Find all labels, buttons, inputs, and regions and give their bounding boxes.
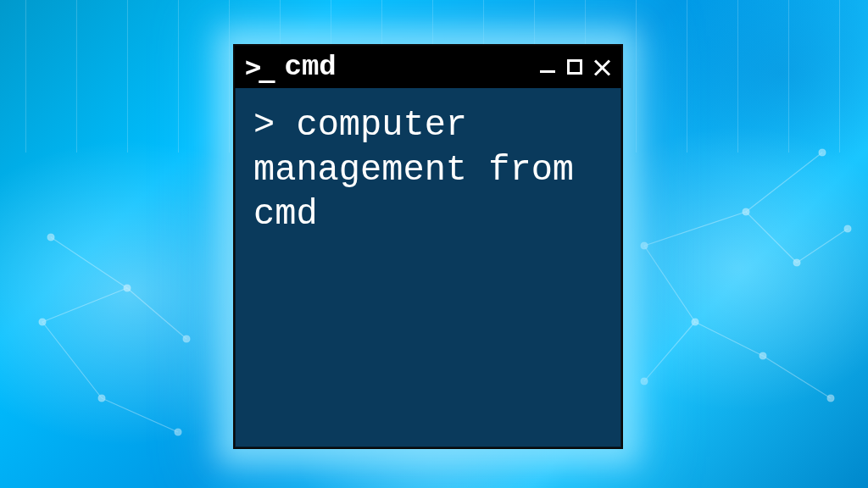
svg-line-3 [746,152,822,212]
svg-point-23 [124,285,131,291]
svg-point-24 [183,336,190,342]
svg-point-13 [692,319,698,325]
svg-point-11 [844,225,851,232]
svg-point-9 [743,208,749,215]
svg-point-26 [175,429,181,435]
svg-line-7 [644,322,695,381]
svg-line-20 [102,398,178,432]
svg-line-5 [695,322,763,356]
window-title: cmd [285,51,538,83]
close-button[interactable] [593,58,611,76]
terminal-command-text: computer management from cmd [253,105,574,235]
svg-line-18 [127,288,186,339]
svg-point-12 [819,149,826,156]
svg-line-2 [797,229,848,263]
minimize-button[interactable] [538,58,557,76]
svg-point-8 [641,242,648,249]
maximize-button[interactable] [565,58,584,76]
svg-point-14 [760,352,766,359]
minimize-icon [540,70,555,73]
svg-line-19 [42,322,102,398]
svg-point-22 [39,319,46,325]
svg-line-21 [51,237,127,288]
maximize-icon [567,59,582,75]
titlebar[interactable]: >_ cmd [235,46,621,88]
svg-line-4 [644,246,695,322]
terminal-prompt-icon: >_ [245,51,273,83]
svg-line-0 [644,212,746,246]
close-icon [593,58,610,75]
terminal-body[interactable]: > computer management from cmd [235,88,621,252]
svg-point-27 [47,234,54,241]
terminal-prompt-char: > [253,105,296,146]
svg-line-1 [746,212,797,263]
terminal-window: >_ cmd > computer management from cmd [233,44,623,449]
svg-point-25 [98,395,105,402]
svg-point-16 [641,378,648,385]
svg-point-10 [793,259,800,266]
svg-point-15 [827,395,834,402]
window-controls [538,58,611,76]
svg-line-6 [763,356,831,398]
svg-line-17 [42,288,127,322]
